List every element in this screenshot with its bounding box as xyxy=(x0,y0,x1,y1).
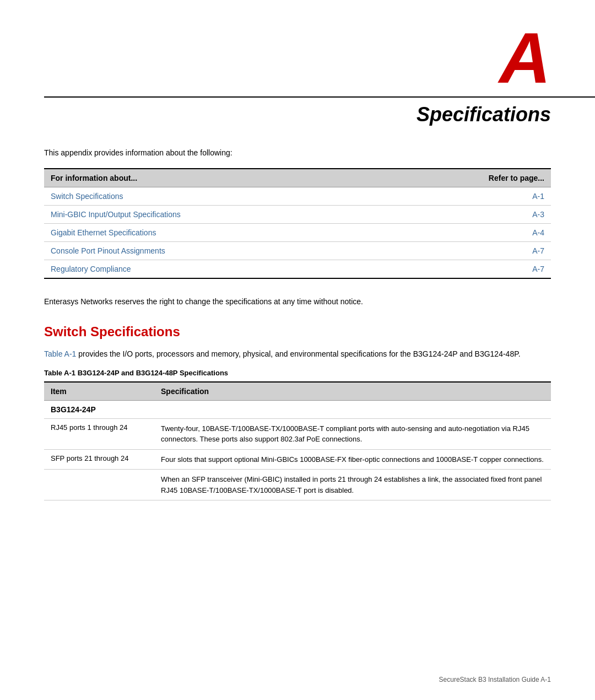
toc-header-info: For information about... xyxy=(44,169,386,187)
toc-table: For information about... Refer to page..… xyxy=(44,168,551,279)
specs-table: Item Specification B3G124-24P RJ45 ports… xyxy=(44,381,551,501)
content-area: This appendix provides information about… xyxy=(0,148,595,500)
toc-item-label[interactable]: Console Port Pinout Assignments xyxy=(44,242,386,260)
toc-item-page[interactable]: A-3 xyxy=(386,206,551,224)
spec-value-cont: When an SFP transceiver (Mini-GBIC) inst… xyxy=(154,470,551,500)
specs-header-spec: Specification xyxy=(154,382,551,401)
spec-item: SFP ports 21 through 24 xyxy=(44,449,154,470)
chapter-title: Specifications xyxy=(0,103,595,126)
toc-row: Console Port Pinout Assignments A-7 xyxy=(44,242,551,260)
table-link[interactable]: Table A-1 xyxy=(44,349,76,358)
toc-item-page[interactable]: A-7 xyxy=(386,242,551,260)
toc-row: Regulatory Compliance A-7 xyxy=(44,260,551,279)
chapter-letter: A xyxy=(499,22,551,94)
notice-text: Enterasys Networks reserves the right to… xyxy=(44,295,551,308)
specs-header-item: Item xyxy=(44,382,154,401)
table-a1-caption: Table A-1 B3G124-24P and B3G124-48P Spec… xyxy=(44,369,551,377)
specs-header-row: Item Specification xyxy=(44,382,551,401)
toc-item-label[interactable]: Mini-GBIC Input/Output Specifications xyxy=(44,206,386,224)
spec-item-empty xyxy=(44,470,154,500)
section-intro-text: provides the I/O ports, processors and m… xyxy=(76,349,520,358)
specs-continuation-row: When an SFP transceiver (Mini-GBIC) inst… xyxy=(44,470,551,500)
footer-text: SecureStack B3 Installation Guide A-1 xyxy=(439,676,551,683)
page-container: A Specifications This appendix provides … xyxy=(0,0,595,700)
toc-header-row: For information about... Refer to page..… xyxy=(44,169,551,187)
toc-item-page[interactable]: A-7 xyxy=(386,260,551,279)
intro-text: This appendix provides information about… xyxy=(44,148,551,157)
chapter-header: A xyxy=(0,0,595,94)
toc-item-page[interactable]: A-4 xyxy=(386,224,551,242)
toc-row: Switch Specifications A-1 xyxy=(44,187,551,206)
toc-item-label[interactable]: Gigabit Ethernet Specifications xyxy=(44,224,386,242)
section-label: B3G124-24P xyxy=(44,400,551,418)
toc-header-page: Refer to page... xyxy=(386,169,551,187)
spec-item: RJ45 ports 1 through 24 xyxy=(44,418,154,449)
toc-item-page[interactable]: A-1 xyxy=(386,187,551,206)
spec-value: Four slots that support optional Mini-GB… xyxy=(154,449,551,470)
toc-item-label[interactable]: Switch Specifications xyxy=(44,187,386,206)
toc-row: Gigabit Ethernet Specifications A-4 xyxy=(44,224,551,242)
toc-row: Mini-GBIC Input/Output Specifications A-… xyxy=(44,206,551,224)
spec-value: Twenty-four, 10BASE-T/100BASE-TX/1000BAS… xyxy=(154,418,551,449)
specs-data-row: RJ45 ports 1 through 24 Twenty-four, 10B… xyxy=(44,418,551,449)
section-intro: Table A-1 provides the I/O ports, proces… xyxy=(44,348,551,360)
specs-section-row: B3G124-24P xyxy=(44,400,551,418)
toc-item-label[interactable]: Regulatory Compliance xyxy=(44,260,386,279)
page-footer: SecureStack B3 Installation Guide A-1 xyxy=(439,676,551,683)
specs-data-row: SFP ports 21 through 24 Four slots that … xyxy=(44,449,551,470)
switch-specs-heading: Switch Specifications xyxy=(44,324,551,340)
